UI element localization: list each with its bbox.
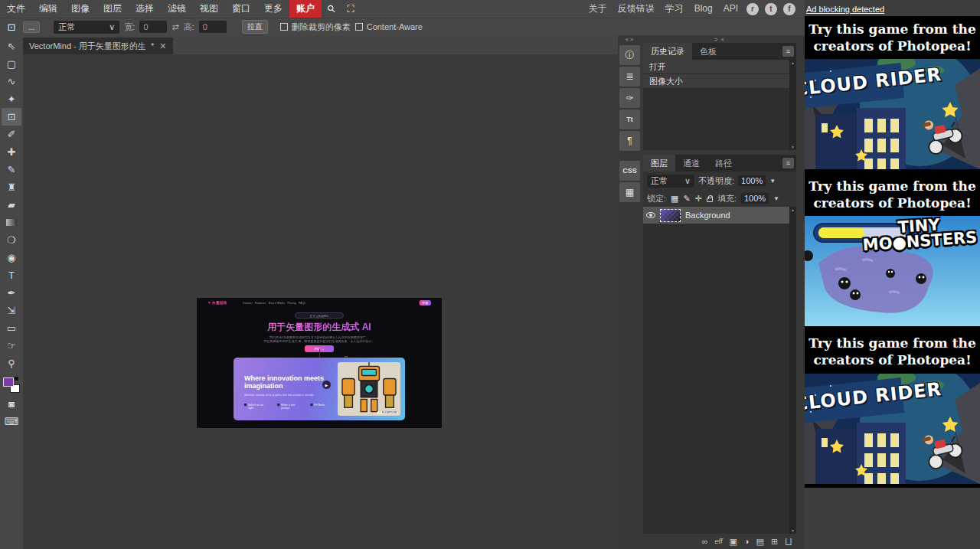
ad-game-image-cloud-rider[interactable]: CLOUD RIDER [805, 59, 980, 169]
ad-unit-0[interactable]: Try this game from the creators of Photo… [805, 16, 980, 169]
color-swatches[interactable] [2, 375, 21, 394]
tool-crop[interactable]: ⊡ [2, 108, 21, 126]
fill-value[interactable]: 100% [741, 193, 769, 204]
delete-layer-icon[interactable]: ⨆ [785, 538, 792, 546]
tab-历史记录[interactable]: 历史记录 [643, 43, 692, 60]
tool-quick-mask[interactable]: ◙ [2, 395, 21, 413]
scroll-down-icon[interactable]: ▼ [791, 528, 795, 533]
close-tab-icon[interactable]: ✕ [159, 41, 166, 51]
tool-clone-stamp[interactable]: ♜ [2, 178, 21, 196]
menu-item-2[interactable]: 图像 [64, 0, 96, 18]
ad-unit-1[interactable]: Try this game from the creators of Photo… [805, 173, 980, 326]
menu-item-1[interactable]: 编辑 [32, 0, 64, 18]
history-step-0[interactable]: 打开 [643, 60, 789, 74]
layer-name[interactable]: Background [685, 211, 730, 220]
character-panel-button[interactable]: Tt [619, 109, 640, 129]
tab-图层[interactable]: 图层 [643, 155, 675, 172]
tool-blur[interactable]: ❍ [2, 231, 21, 249]
layer-visibility-icon[interactable] [646, 212, 655, 218]
tab-色板[interactable]: 色板 [692, 43, 724, 60]
menu-link-4[interactable]: API [718, 0, 743, 18]
new-layer-icon[interactable]: ⊞ [771, 538, 778, 546]
tool-screen-mode[interactable]: ⌨ [2, 413, 21, 430]
fill-dropdown-icon[interactable]: ▼ [773, 195, 779, 202]
tool-pen[interactable]: ✒ [2, 284, 21, 302]
scroll-up-icon[interactable]: ▲ [791, 60, 795, 65]
search-icon[interactable]: ⚲ [320, 0, 342, 20]
properties-panel-button[interactable]: ≣ [619, 67, 640, 87]
menu-link-1[interactable]: 反馈错误 [612, 0, 660, 18]
tab-通道[interactable]: 通道 [675, 155, 707, 172]
tool-gradient[interactable] [2, 214, 21, 231]
reddit-icon[interactable]: r [746, 3, 759, 15]
menu-link-2[interactable]: 学习 [660, 0, 689, 18]
layer-thumbnail[interactable] [660, 209, 681, 222]
menu-item-4[interactable]: 选择 [129, 0, 161, 18]
facebook-icon[interactable]: f [783, 3, 795, 15]
menu-item-8[interactable]: 更多 [257, 0, 289, 18]
ad-game-image-cloud-rider[interactable]: CLOUD RIDER [805, 374, 980, 484]
tool-rect-select[interactable]: ▢ [2, 55, 21, 73]
lock-transparency-icon[interactable]: ▦ [671, 194, 678, 204]
info-panel-button[interactable]: ⓘ [619, 45, 640, 65]
opacity-dropdown-icon[interactable]: ▼ [769, 178, 776, 185]
ad-blocking-notice[interactable]: Ad blocking detected [805, 0, 980, 16]
tool-rectangle[interactable]: ▭ [2, 319, 21, 337]
paragraph-panel-button[interactable]: ¶ [619, 131, 640, 151]
tab-路径[interactable]: 路径 [707, 155, 740, 172]
blend-mode-select[interactable]: 正常 ∨ [647, 175, 694, 188]
scroll-down-icon[interactable]: ▼ [791, 145, 795, 149]
scroll-up-icon[interactable]: ▲ [791, 208, 795, 212]
adjustments-panel-button[interactable]: ✑ [619, 88, 640, 108]
twitter-icon[interactable]: t [765, 3, 777, 15]
history-scrollbar[interactable]: ▲ ▼ [789, 60, 796, 150]
panel-menu-icon[interactable]: ≡ [782, 46, 794, 57]
straighten-button[interactable]: 拉直 [242, 20, 268, 34]
tool-eraser[interactable]: ▰ [2, 196, 21, 214]
menu-item-7[interactable]: 窗口 [225, 0, 257, 18]
menu-item-6[interactable]: 视图 [193, 0, 225, 18]
adjustment-layer-icon[interactable]: ◑ [744, 538, 750, 546]
swap-dimensions-icon[interactable]: ⇄ [172, 22, 178, 32]
collapse-strip-icon[interactable]: <> [626, 36, 634, 44]
link-layers-icon[interactable]: ∞ [702, 538, 708, 546]
tool-presets-button[interactable]: ... [23, 21, 40, 33]
tool-spot-healing[interactable]: ✚ [2, 143, 21, 161]
menu-item-0[interactable]: 文件 [0, 0, 32, 18]
canvas[interactable]: ▼ 矢量思维 ContactFeaturesHow it WorksPricin… [23, 54, 618, 549]
foreground-color-swatch[interactable] [3, 377, 14, 387]
account-menu[interactable]: 账户 [289, 0, 322, 18]
width-input[interactable]: 0 [139, 21, 167, 33]
tool-brush[interactable]: ✎ [2, 161, 21, 178]
layer-row-background[interactable]: Background [643, 207, 789, 224]
tool-magic-wand[interactable]: ✦ [2, 90, 21, 108]
lock-all-icon[interactable] [707, 198, 713, 202]
css-panel-button[interactable]: CSS [619, 161, 640, 181]
panel-menu-icon[interactable]: ≡ [782, 158, 794, 168]
crop-ratio-select[interactable]: 正常 ∨ [54, 21, 119, 34]
ad-unit-2[interactable]: Try this game from the creators of Photo… [805, 330, 980, 483]
menu-link-3[interactable]: Blog [689, 0, 718, 18]
ad-game-image-tiny-monsters[interactable]: TINY MO●NSTERS [805, 216, 980, 326]
tool-path-select[interactable]: ⇲ [2, 302, 21, 319]
collapse-panels-icon[interactable]: > < [643, 36, 796, 43]
menu-item-3[interactable]: 图层 [96, 0, 129, 18]
history-step-1[interactable]: 图像大小 [643, 74, 789, 89]
content-aware-checkbox[interactable]: Content-Aware [355, 22, 423, 31]
layers-scrollbar[interactable]: ▲ ▼ [789, 207, 796, 534]
tool-lasso[interactable]: ∿ [2, 73, 21, 90]
open-image[interactable]: ▼ 矢量思维 ContactFeaturesHow it WorksPricin… [197, 298, 442, 428]
tool-hand[interactable]: ☞ [2, 337, 21, 355]
tool-zoom[interactable]: ⚲ [2, 355, 21, 372]
document-tab[interactable]: VectorMind - 用于矢量图形的生 * ✕ [23, 38, 173, 54]
lock-position-icon[interactable]: ✛ [695, 194, 702, 204]
layer-effects-icon[interactable]: eff [714, 538, 722, 545]
opacity-value[interactable]: 100% [738, 175, 766, 186]
delete-cropped-pixels-checkbox[interactable]: 删除裁剪的像素 [280, 21, 351, 33]
tool-type[interactable]: T [2, 266, 21, 284]
lock-pixels-icon[interactable]: ✎ [683, 194, 690, 204]
menu-item-5[interactable]: 滤镜 [161, 0, 193, 18]
tool-eyedropper[interactable]: ✐ [2, 126, 21, 143]
new-group-icon[interactable]: ▤ [756, 538, 764, 546]
height-input[interactable]: 0 [199, 21, 227, 33]
